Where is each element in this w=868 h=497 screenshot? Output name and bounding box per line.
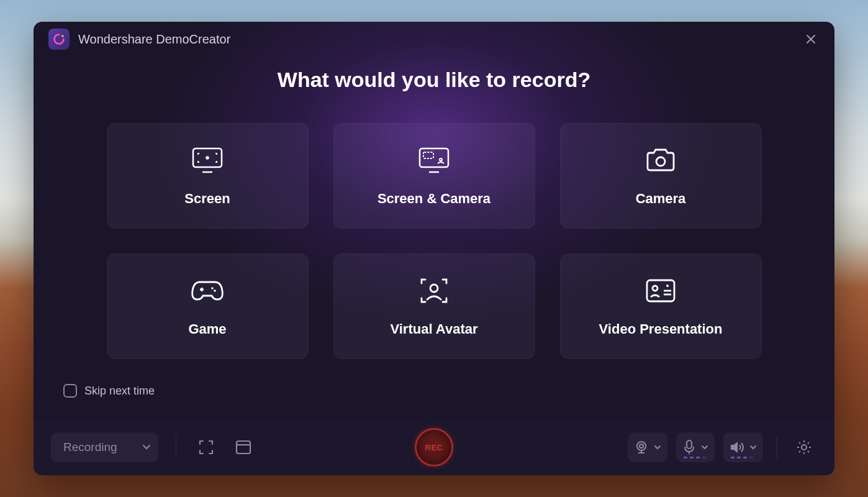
chevron-down-icon <box>701 445 708 450</box>
close-button[interactable] <box>802 30 820 48</box>
bottom-toolbar: Recording REC <box>34 419 834 475</box>
camera-icon <box>643 145 678 176</box>
svg-point-7 <box>440 158 442 161</box>
svg-rect-23 <box>687 440 692 449</box>
option-screen[interactable]: Screen <box>107 123 309 229</box>
option-label: Screen & Camera <box>377 191 491 207</box>
chevron-down-icon <box>654 445 661 450</box>
mic-level-indicator <box>684 457 706 458</box>
skip-checkbox[interactable] <box>63 384 77 398</box>
svg-point-15 <box>653 286 658 291</box>
svg-point-22 <box>640 444 643 448</box>
option-label: Virtual Avatar <box>390 321 477 337</box>
record-button-label: REC <box>425 443 443 452</box>
svg-rect-6 <box>423 152 433 158</box>
screen-camera-icon <box>417 145 451 176</box>
option-label: Screen <box>184 191 230 207</box>
svg-point-3 <box>207 157 209 159</box>
divider <box>777 436 777 458</box>
svg-rect-4 <box>420 148 448 167</box>
dialog-question: What would you like to record? <box>34 68 834 92</box>
svg-point-13 <box>430 285 438 292</box>
svg-point-12 <box>214 290 216 292</box>
svg-point-0 <box>61 35 64 37</box>
option-label: Video Presentation <box>599 321 723 337</box>
webcam-icon <box>634 440 649 455</box>
system-audio-toggle[interactable] <box>723 432 763 462</box>
presentation-icon <box>643 275 678 306</box>
option-label: Camera <box>636 191 686 207</box>
chevron-down-icon <box>142 444 151 450</box>
screen-icon <box>190 145 225 176</box>
svg-point-21 <box>637 442 646 450</box>
app-logo-icon <box>48 29 70 50</box>
svg-point-24 <box>802 445 807 450</box>
webcam-toggle[interactable] <box>628 432 667 462</box>
svg-point-11 <box>211 287 214 290</box>
gear-icon <box>796 439 812 455</box>
option-screen-camera[interactable]: Screen & Camera <box>333 123 535 229</box>
divider <box>176 436 176 458</box>
skip-next-time-row[interactable]: Skip next time <box>63 384 834 398</box>
skip-label: Skip next time <box>84 385 155 398</box>
svg-point-8 <box>656 157 665 166</box>
window-region-button[interactable] <box>231 435 256 460</box>
settings-button[interactable] <box>791 434 817 460</box>
option-label: Game <box>188 321 226 337</box>
svg-point-16 <box>666 285 669 287</box>
option-video-presentation[interactable]: Video Presentation <box>560 253 762 359</box>
mode-dropdown[interactable]: Recording <box>51 432 158 462</box>
app-window: Wondershare DemoCreator What would you l… <box>34 22 834 475</box>
titlebar: Wondershare DemoCreator <box>34 22 834 57</box>
audio-level-indicator <box>731 457 753 458</box>
record-button[interactable]: REC <box>415 428 453 467</box>
svg-rect-19 <box>237 441 250 454</box>
right-controls <box>628 432 817 462</box>
microphone-icon <box>682 439 696 455</box>
game-controller-icon <box>190 275 225 306</box>
app-title: Wondershare DemoCreator <box>78 32 230 47</box>
option-camera[interactable]: Camera <box>560 123 762 229</box>
microphone-toggle[interactable] <box>676 432 715 462</box>
avatar-scan-icon <box>417 275 451 306</box>
fullscreen-region-button[interactable] <box>194 435 219 460</box>
option-game[interactable]: Game <box>107 253 309 359</box>
record-options-grid: Screen Screen & Camera Ca <box>34 123 834 359</box>
mode-dropdown-label: Recording <box>63 440 117 454</box>
chevron-down-icon <box>749 445 757 450</box>
speaker-icon <box>730 440 744 454</box>
option-virtual-avatar[interactable]: Virtual Avatar <box>333 253 535 359</box>
